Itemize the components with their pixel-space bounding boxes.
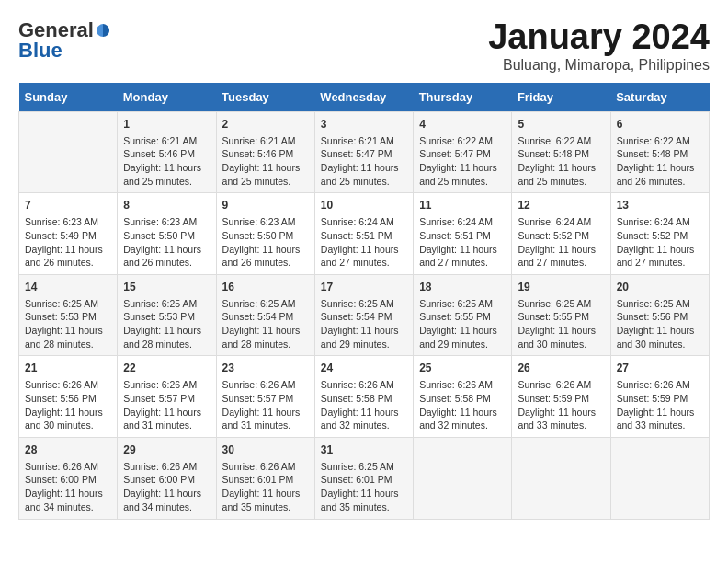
day-number: 28: [25, 442, 111, 458]
cell-text: Sunrise: 6:26 AM: [419, 378, 506, 392]
cell-text: Sunset: 5:53 PM: [25, 310, 111, 324]
cell-text: and 31 minutes.: [123, 419, 210, 432]
calendar-cell: 31Sunrise: 6:25 AMSunset: 6:01 PMDayligh…: [314, 437, 413, 519]
page-header: General Blue January 2024 Buluang, Mimar…: [18, 18, 710, 74]
cell-text: Daylight: 11 hours: [222, 324, 309, 338]
cell-text: Sunrise: 6:24 AM: [321, 215, 407, 229]
cell-text: and 27 minutes.: [518, 256, 604, 270]
cell-text: Daylight: 11 hours: [321, 487, 407, 500]
cell-text: Daylight: 11 hours: [518, 406, 604, 419]
calendar-week-1: 1Sunrise: 6:21 AMSunset: 5:46 PMDaylight…: [19, 111, 710, 193]
day-number: 26: [518, 361, 604, 376]
calendar-cell: 10Sunrise: 6:24 AMSunset: 5:51 PMDayligh…: [314, 193, 413, 275]
header-friday: Friday: [512, 83, 610, 112]
cell-text: Sunset: 6:00 PM: [123, 473, 210, 487]
cell-text: Daylight: 11 hours: [123, 161, 210, 175]
cell-text: and 26 minutes.: [617, 175, 703, 189]
cell-text: Sunrise: 6:26 AM: [518, 378, 604, 392]
cell-text: Daylight: 11 hours: [617, 161, 703, 175]
cell-text: Sunset: 5:48 PM: [518, 147, 604, 161]
cell-text: Daylight: 11 hours: [419, 161, 506, 175]
calendar-cell: 25Sunrise: 6:26 AMSunset: 5:58 PMDayligh…: [414, 356, 512, 438]
cell-text: Daylight: 11 hours: [222, 161, 309, 175]
cell-text: Daylight: 11 hours: [419, 406, 506, 419]
cell-text: Daylight: 11 hours: [25, 487, 111, 500]
calendar-cell: [610, 437, 709, 519]
cell-text: and 34 minutes.: [123, 500, 210, 514]
calendar-cell: 2Sunrise: 6:21 AMSunset: 5:46 PMDaylight…: [216, 111, 314, 193]
cell-text: Daylight: 11 hours: [123, 487, 210, 500]
cell-text: Sunset: 5:56 PM: [25, 392, 111, 406]
cell-text: and 25 minutes.: [518, 175, 604, 189]
header-wednesday: Wednesday: [314, 83, 413, 112]
cell-text: and 30 minutes.: [617, 338, 703, 351]
cell-text: Sunrise: 6:21 AM: [222, 134, 309, 148]
cell-text: Sunrise: 6:21 AM: [123, 134, 210, 148]
cell-text: Sunset: 5:47 PM: [419, 147, 506, 161]
cell-text: Sunset: 5:58 PM: [321, 392, 407, 406]
calendar-cell: 7Sunrise: 6:23 AMSunset: 5:49 PMDaylight…: [19, 193, 118, 275]
cell-text: Sunrise: 6:26 AM: [123, 378, 210, 392]
cell-text: Sunset: 6:01 PM: [222, 473, 309, 487]
day-number: 20: [617, 280, 703, 295]
cell-text: Sunrise: 6:24 AM: [518, 215, 604, 229]
calendar-cell: 19Sunrise: 6:25 AMSunset: 5:55 PMDayligh…: [512, 274, 610, 356]
cell-text: and 28 minutes.: [25, 338, 111, 351]
cell-text: Sunset: 6:00 PM: [25, 473, 111, 487]
cell-text: Daylight: 11 hours: [518, 324, 604, 338]
calendar-cell: [414, 437, 512, 519]
day-number: 29: [123, 442, 210, 458]
header-sunday: Sunday: [19, 83, 118, 112]
cell-text: Sunrise: 6:23 AM: [222, 215, 309, 229]
cell-text: Sunset: 5:59 PM: [617, 392, 703, 406]
logo: General Blue: [18, 18, 112, 63]
cell-text: and 27 minutes.: [617, 256, 703, 270]
calendar-cell: 4Sunrise: 6:22 AMSunset: 5:47 PMDaylight…: [414, 111, 512, 193]
cell-text: and 28 minutes.: [123, 338, 210, 351]
logo-bird-icon: [95, 22, 111, 39]
day-number: 6: [617, 117, 703, 132]
calendar-cell: 18Sunrise: 6:25 AMSunset: 5:55 PMDayligh…: [414, 274, 512, 356]
day-number: 24: [321, 361, 407, 376]
calendar-cell: 11Sunrise: 6:24 AMSunset: 5:51 PMDayligh…: [414, 193, 512, 275]
cell-text: Sunset: 5:46 PM: [222, 147, 309, 161]
calendar-cell: 27Sunrise: 6:26 AMSunset: 5:59 PMDayligh…: [610, 356, 709, 438]
cell-text: and 25 minutes.: [123, 175, 210, 189]
title-section: January 2024 Buluang, Mimaropa, Philippi…: [488, 18, 710, 74]
cell-text: Daylight: 11 hours: [321, 161, 407, 175]
cell-text: Daylight: 11 hours: [222, 406, 309, 419]
cell-text: Sunrise: 6:26 AM: [25, 378, 111, 392]
day-number: 14: [25, 280, 111, 295]
cell-text: Sunrise: 6:24 AM: [617, 215, 703, 229]
day-number: 2: [222, 117, 309, 132]
calendar-cell: 9Sunrise: 6:23 AMSunset: 5:50 PMDaylight…: [216, 193, 314, 275]
cell-text: Sunset: 5:50 PM: [222, 229, 309, 243]
cell-text: and 29 minutes.: [419, 338, 506, 351]
day-number: 1: [123, 117, 210, 132]
cell-text: and 35 minutes.: [321, 500, 407, 514]
cell-text: Sunrise: 6:25 AM: [222, 297, 309, 311]
calendar-cell: 3Sunrise: 6:21 AMSunset: 5:47 PMDaylight…: [314, 111, 413, 193]
calendar-cell: 16Sunrise: 6:25 AMSunset: 5:54 PMDayligh…: [216, 274, 314, 356]
cell-text: and 34 minutes.: [25, 500, 111, 514]
cell-text: Daylight: 11 hours: [25, 243, 111, 257]
calendar-week-2: 7Sunrise: 6:23 AMSunset: 5:49 PMDaylight…: [19, 193, 710, 275]
day-number: 22: [123, 361, 210, 376]
calendar-cell: 6Sunrise: 6:22 AMSunset: 5:48 PMDaylight…: [610, 111, 709, 193]
calendar-cell: 28Sunrise: 6:26 AMSunset: 6:00 PMDayligh…: [19, 437, 118, 519]
day-number: 16: [222, 280, 309, 295]
cell-text: Daylight: 11 hours: [321, 324, 407, 338]
calendar-cell: 20Sunrise: 6:25 AMSunset: 5:56 PMDayligh…: [610, 274, 709, 356]
day-number: 17: [321, 280, 407, 295]
calendar-header-row: SundayMondayTuesdayWednesdayThursdayFrid…: [19, 83, 710, 112]
cell-text: Sunrise: 6:23 AM: [123, 215, 210, 229]
day-number: 18: [419, 280, 506, 295]
cell-text: Daylight: 11 hours: [123, 406, 210, 419]
cell-text: Daylight: 11 hours: [617, 324, 703, 338]
cell-text: Sunrise: 6:22 AM: [617, 134, 703, 148]
cell-text: Sunrise: 6:26 AM: [617, 378, 703, 392]
cell-text: Sunset: 5:57 PM: [222, 392, 309, 406]
cell-text: and 33 minutes.: [518, 419, 604, 432]
cell-text: and 28 minutes.: [222, 338, 309, 351]
cell-text: Daylight: 11 hours: [25, 406, 111, 419]
